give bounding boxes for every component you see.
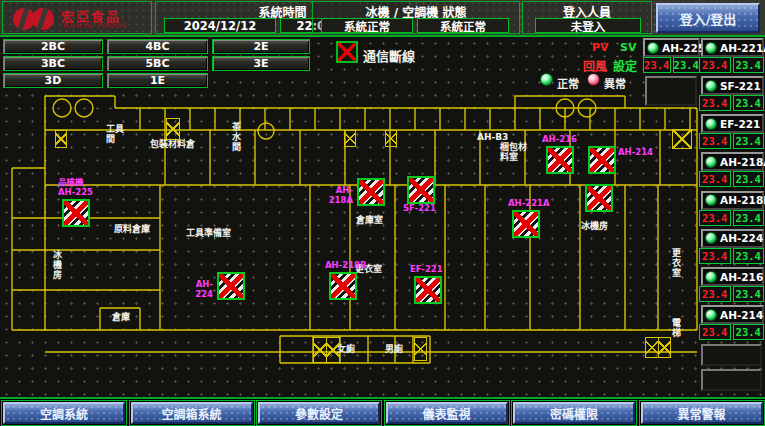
unit-button-SF-221[interactable]: SF-221 [701,76,764,95]
room-label: 梱包材料室 [500,142,530,162]
legend-normal-led [540,73,553,86]
unit-name: AH-216 [720,271,763,283]
unit-pv-value: 23.4 [699,95,731,111]
login-logout-button[interactable]: 登入/登出 [656,3,760,33]
unit-pv-value: 23.4 [699,210,731,226]
device-icon-AH-216[interactable] [546,146,574,174]
device-label: AH-224 [179,280,213,299]
unit-button-AH-216[interactable]: AH-216 [701,267,764,286]
stair-x [415,338,426,360]
legend-abnormal-label: 異常 [604,75,626,91]
unit-status-led [705,156,717,168]
device-label: SF-221 [403,204,436,214]
device-label: 品檢機 AH-225 [58,178,93,197]
unit-name: AH-224 [720,232,763,244]
stair-x [56,131,66,147]
unit-sv-value: 23.4 [733,248,765,264]
brand-subtitle: HUNYA FOODS [63,22,127,30]
nav-button-空調系統[interactable]: 空調系統 [3,402,125,424]
floor-button-2BC[interactable]: 2BC [3,39,103,54]
unit-sv-value: 23.4 [733,171,765,187]
stair-icon [55,130,67,148]
device-icon-AH-221A[interactable] [512,210,540,238]
nav-button-儀表監視[interactable]: 儀表監視 [386,402,508,424]
unit-pv-value: 23.4 [699,324,731,340]
room-label: 茶水間 [231,122,241,152]
unit-value-pair-AH-225: 23.423.4 [643,57,700,73]
unit-value-pair-AH-221A: 23.423.4 [699,57,764,73]
unit-status-led [705,271,717,283]
device-icon-unnamed[interactable] [585,184,613,212]
unit-button-AH-224[interactable]: AH-224 [701,229,764,248]
unit-sv-value: 23.4 [733,324,765,340]
unit-sv-value: 23.4 [673,57,701,73]
empty-slot [701,369,762,391]
stair-icon [385,130,397,147]
stair-icon [344,130,356,147]
unit-button-EF-221[interactable]: EF-221 [701,114,764,133]
room-label: 冰機房 [52,250,62,280]
legend-normal-label: 正常 [557,75,579,91]
device-icon-AH-214[interactable] [588,146,616,174]
unit-button-AH-225[interactable]: AH-225 [643,38,700,57]
floor-button-2E[interactable]: 2E [212,39,310,54]
unit-button-AH-218B[interactable]: AH-218B [701,191,764,210]
machine-status-section: 冰機 / 空調機 狀態 系統正常 系統正常 [312,1,520,34]
stair-x [658,338,671,357]
floor-button-5BC[interactable]: 5BC [107,56,208,71]
floor-button-3E[interactable]: 3E [212,56,310,71]
unit-status-led [705,42,717,54]
floor-button-3BC[interactable]: 3BC [3,56,103,71]
device-label: AH-214 [618,148,653,158]
nav-button-參數設定[interactable]: 參數設定 [258,402,380,424]
nav-button-異常警報[interactable]: 異常警報 [641,402,763,424]
unit-button-AH-221A[interactable]: AH-221A [701,38,764,57]
empty-slot [645,76,697,106]
device-icon-AH-224[interactable] [217,272,245,300]
empty-slot [701,344,762,366]
room-label: 冰機房 [581,221,615,231]
device-icon-AH-218B[interactable] [329,272,357,300]
unit-name: AH-218B [720,194,765,206]
unit-button-AH-218A[interactable]: AH-218A [701,152,764,171]
nav-button-空調箱系統[interactable]: 空調箱系統 [131,402,253,424]
unit-pv-value: 23.4 [699,286,731,302]
room-label: 男廁 [385,344,407,354]
unit-pv-value: 23.4 [699,57,731,73]
room-label: 包裝材料倉 [150,139,210,149]
unit-sv-value: 23.4 [733,210,765,226]
stair-icon [414,337,427,361]
unit-value-pair-AH-218B: 23.423.4 [699,210,764,226]
unit-pv-value: 23.4 [699,248,731,264]
room-label: 女廁 [337,344,359,354]
login-user-field: 未登入 [535,18,641,33]
floor-button-1E[interactable]: 1E [107,73,208,88]
device-icon-EF-221[interactable] [414,276,442,304]
unit-pv-value: 23.4 [699,133,731,149]
unit-value-pair-AH-214: 23.423.4 [699,324,764,340]
device-label: AH-216 [542,135,577,145]
stair-x [326,338,339,362]
stair-icon [672,129,692,149]
unit-value-pair-EF-221: 23.423.4 [699,133,764,149]
bottom-nav: 空調系統空調箱系統參數設定儀表監視密碼權限異常警報 [0,397,765,426]
device-icon-AH-218A[interactable] [357,178,385,206]
sv-column-label: SV [620,41,636,54]
device-icon-AH-225[interactable] [62,199,90,227]
unit-sv-value: 23.4 [733,95,765,111]
floor-button-4BC[interactable]: 4BC [107,39,208,54]
unit-button-AH-214[interactable]: AH-214 [701,305,764,324]
stair-icon [166,118,180,140]
unit-name: SF-221 [720,80,761,92]
stair-icon [645,337,671,358]
device-icon-SF-221[interactable] [407,176,435,204]
pv-column-label: PV [592,41,609,54]
unit-sv-value: 23.4 [733,286,765,302]
unit-status-led [705,80,717,92]
room-label: 工具間 [106,124,130,144]
nav-button-密碼權限[interactable]: 密碼權限 [513,402,635,424]
device-label: AH-218B [325,261,366,271]
floor-button-3D[interactable]: 3D [3,73,103,88]
unit-status-led [705,309,717,321]
room-label: 更衣室 [671,248,681,278]
